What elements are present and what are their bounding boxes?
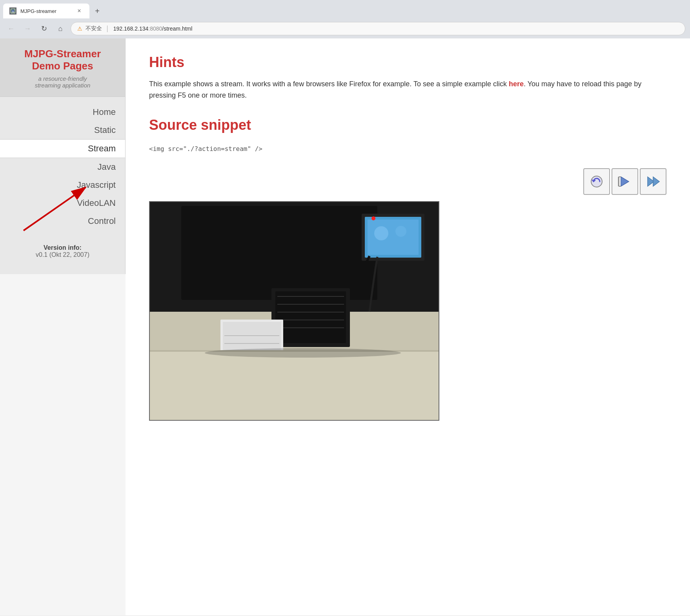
- svg-rect-22: [275, 291, 346, 343]
- source-title: Source snippet: [149, 117, 666, 133]
- svg-point-19: [395, 226, 406, 237]
- nav-item-control[interactable]: Control: [0, 212, 125, 230]
- sidebar-header: MJPG-Streamer Demo Pages a resource-frie…: [0, 38, 125, 97]
- tab-favicon: S: [9, 7, 16, 15]
- svg-marker-11: [653, 177, 659, 186]
- version-value: v0.1 (Okt 22, 2007): [8, 251, 117, 258]
- svg-rect-42: [150, 351, 439, 421]
- nav-item-stream[interactable]: Stream: [0, 139, 125, 158]
- sidebar-wrapper: MJPG-Streamer Demo Pages a resource-frie…: [0, 38, 126, 615]
- sidebar-title: MJPG-Streamer Demo Pages: [8, 48, 117, 72]
- svg-point-20: [371, 216, 375, 220]
- sidebar: MJPG-Streamer Demo Pages a resource-frie…: [0, 38, 126, 274]
- forward-stream-button[interactable]: [640, 168, 666, 195]
- address-text: 192.168.2.134:8080/stream.html: [113, 25, 193, 32]
- nav-item-home[interactable]: Home: [0, 103, 125, 121]
- hints-title: Hints: [149, 54, 666, 71]
- svg-rect-26: [277, 320, 344, 320]
- version-label: Version info:: [8, 244, 117, 251]
- nav-item-javascript[interactable]: Javascript: [0, 176, 125, 194]
- svg-rect-17: [368, 220, 419, 255]
- svg-rect-27: [277, 327, 344, 328]
- security-warning-icon: ⚠: [77, 25, 82, 32]
- hints-link[interactable]: here: [509, 80, 524, 88]
- svg-marker-6: [621, 177, 629, 186]
- refresh-button[interactable]: [583, 168, 610, 195]
- svg-point-5: [591, 176, 602, 187]
- security-label: 不安全: [86, 25, 102, 32]
- browser-tab[interactable]: S MJPG-streamer ×: [3, 4, 89, 18]
- forward-button[interactable]: →: [21, 22, 34, 35]
- code-snippet: <img src="./?action=stream" />: [149, 141, 666, 156]
- svg-rect-40: [224, 335, 279, 336]
- back-button[interactable]: ←: [5, 22, 17, 35]
- main-content: Hints This example shows a stream. It wo…: [126, 38, 690, 615]
- action-buttons: [149, 168, 666, 195]
- svg-rect-41: [224, 343, 279, 344]
- svg-rect-25: [277, 312, 344, 313]
- version-info: Version info: v0.1 (Okt 22, 2007): [0, 244, 125, 258]
- address-separator: │: [106, 25, 109, 32]
- svg-rect-24: [277, 304, 344, 305]
- nav-item-java[interactable]: Java: [0, 158, 125, 176]
- address-bar: ← → ↻ ⌂ ⚠ 不安全 │ 192.168.2.134:8080/strea…: [0, 19, 690, 38]
- tab-title: MJPG-streamer: [20, 8, 71, 14]
- stream-image: [149, 201, 439, 421]
- nav-item-videolan[interactable]: VideoLAN: [0, 194, 125, 212]
- sidebar-nav: Home Static Stream Java Javascript Video…: [0, 97, 125, 236]
- new-tab-button[interactable]: +: [91, 5, 104, 17]
- reload-button[interactable]: ↻: [38, 22, 50, 35]
- svg-point-44: [205, 348, 401, 358]
- sidebar-subtitle: a resource-friendly streaming applicatio…: [8, 75, 117, 89]
- svg-rect-14: [181, 206, 377, 300]
- tab-bar: S MJPG-streamer × +: [0, 0, 690, 19]
- svg-point-18: [374, 226, 388, 240]
- nav-item-static[interactable]: Static: [0, 121, 125, 139]
- home-button[interactable]: ⌂: [54, 22, 67, 35]
- hints-text: This example shows a stream. It works wi…: [149, 78, 666, 101]
- svg-text:S: S: [12, 10, 14, 13]
- address-input[interactable]: ⚠ 不安全 │ 192.168.2.134:8080/stream.html: [71, 22, 685, 35]
- play-button[interactable]: [612, 168, 638, 195]
- tab-close-button[interactable]: ×: [75, 7, 83, 15]
- browser-chrome: S MJPG-streamer × + ← → ↻ ⌂ ⚠ 不安全 │ 192.…: [0, 0, 690, 38]
- page-container: MJPG-Streamer Demo Pages a resource-frie…: [0, 38, 690, 615]
- svg-rect-23: [277, 296, 344, 297]
